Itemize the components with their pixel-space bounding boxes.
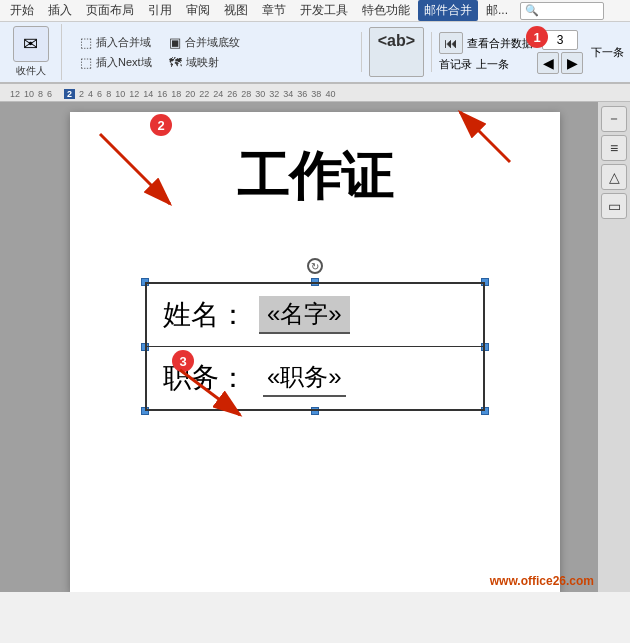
- first-record-btn[interactable]: ⏮: [439, 32, 463, 54]
- menu-view[interactable]: 视图: [218, 0, 254, 21]
- menu-mailmerge[interactable]: 邮件合并: [418, 0, 478, 21]
- annotation-1: 1: [526, 26, 548, 48]
- menu-mail[interactable]: 邮...: [480, 0, 514, 21]
- annotation-2: 2: [150, 114, 172, 136]
- role-field: «职务»: [263, 359, 346, 397]
- prev-label: 上一条: [476, 57, 509, 72]
- insert-merge-btn[interactable]: ⬚ 插入合并域: [72, 33, 157, 51]
- insert-merge-label: 插入合并域: [96, 35, 151, 50]
- search-input[interactable]: [539, 5, 599, 17]
- sidebar-btn-triangle[interactable]: △: [601, 164, 627, 190]
- menu-insert[interactable]: 插入: [42, 0, 78, 21]
- watermark: www.office26.com: [490, 574, 594, 588]
- prev-btn[interactable]: ◀: [537, 52, 559, 74]
- merge-shade-btn[interactable]: ▣ 合并域底纹: [161, 33, 246, 51]
- annotation-3: 3: [172, 350, 194, 372]
- merge-shade-label: 合并域底纹: [185, 35, 240, 50]
- merge-shade-icon: ▣: [167, 34, 183, 50]
- right-sidebar: － ≡ △ ▭: [598, 102, 630, 592]
- sidebar-btn-screen[interactable]: ▭: [601, 193, 627, 219]
- name-field: «名字»: [259, 296, 350, 334]
- toolbar-row-2: ⬚ 插入Next域 🗺 域映射: [72, 53, 354, 71]
- separator-1: [361, 32, 362, 72]
- menu-start[interactable]: 开始: [4, 0, 40, 21]
- field-map-label: 域映射: [186, 55, 219, 70]
- role-row: 职务： «职务»: [147, 347, 483, 409]
- view-data-label: 查看合并数据: [467, 36, 533, 51]
- field-map-btn[interactable]: 🗺 域映射: [162, 53, 225, 71]
- nav-section: ⏮ 查看合并数据 首记录 上一条: [439, 32, 533, 72]
- name-row: 姓名： «名字»: [147, 284, 483, 347]
- next-label-group: 下一条: [591, 45, 624, 60]
- insert-merge-icon: ⬚: [78, 34, 94, 50]
- id-card-table: 姓名： «名字» 职务： «职务»: [145, 282, 485, 411]
- recipient-icon: ✉: [13, 26, 49, 62]
- recipient-button[interactable]: ✉ 收件人: [6, 24, 62, 80]
- sidebar-btn-list[interactable]: ≡: [601, 135, 627, 161]
- menu-bar: 开始 插入 页面布局 引用 审阅 视图 章节 开发工具 特色功能 邮件合并 邮.…: [0, 0, 630, 22]
- watermark-site: www.office26.com: [490, 574, 594, 588]
- next-btn[interactable]: ▶: [561, 52, 583, 74]
- name-label: 姓名：: [163, 296, 247, 334]
- insert-next-label: 插入Next域: [96, 55, 152, 70]
- document-area: 2 工作证 ↻ 姓名： «名字» 职务：: [0, 102, 630, 592]
- menu-review[interactable]: 审阅: [180, 0, 216, 21]
- nav-row-1: ⏮ 查看合并数据: [439, 32, 533, 54]
- toolbar-row-1: ⬚ 插入合并域 ▣ 合并域底纹: [72, 33, 354, 51]
- next-label: 下一条: [591, 45, 624, 60]
- separator-2: [431, 32, 432, 72]
- insert-next-btn[interactable]: ⬚ 插入Next域: [72, 53, 158, 71]
- first-record-label: 首记录: [439, 57, 472, 72]
- rotate-handle[interactable]: ↻: [307, 258, 323, 274]
- menu-dev[interactable]: 开发工具: [294, 0, 354, 21]
- ruler-numbers: 12 10 8 6 2 2 4 6 8 10 12 14 16 18 20 22…: [0, 89, 339, 99]
- menu-chapter[interactable]: 章节: [256, 0, 292, 21]
- ruler: 12 10 8 6 2 2 4 6 8 10 12 14 16 18 20 22…: [0, 84, 630, 102]
- field-map-icon: 🗺: [168, 54, 184, 70]
- toolbar: ✉ 收件人 ⬚ 插入合并域 ▣ 合并域底纹 ⬚ 插入Next域 🗺 域映射: [0, 22, 630, 84]
- insert-next-icon: ⬚: [78, 54, 94, 70]
- document-title: 工作证: [110, 142, 520, 212]
- menu-layout[interactable]: 页面布局: [80, 0, 140, 21]
- recipient-label: 收件人: [16, 64, 46, 78]
- menu-feature[interactable]: 特色功能: [356, 0, 416, 21]
- menu-ref[interactable]: 引用: [142, 0, 178, 21]
- nav-arrows: ◀ ▶: [537, 52, 583, 74]
- sidebar-btn-minus[interactable]: －: [601, 106, 627, 132]
- table-container: ↻ 姓名： «名字» 职务： «职务»: [145, 282, 485, 411]
- ab-button[interactable]: <ab>: [369, 27, 424, 77]
- nav-row-2: 首记录 上一条: [439, 57, 533, 72]
- ab-label: <ab>: [378, 32, 415, 50]
- document-page: 工作证 ↻ 姓名： «名字» 职务： «职务»: [70, 112, 560, 592]
- search-box[interactable]: 🔍: [520, 2, 604, 20]
